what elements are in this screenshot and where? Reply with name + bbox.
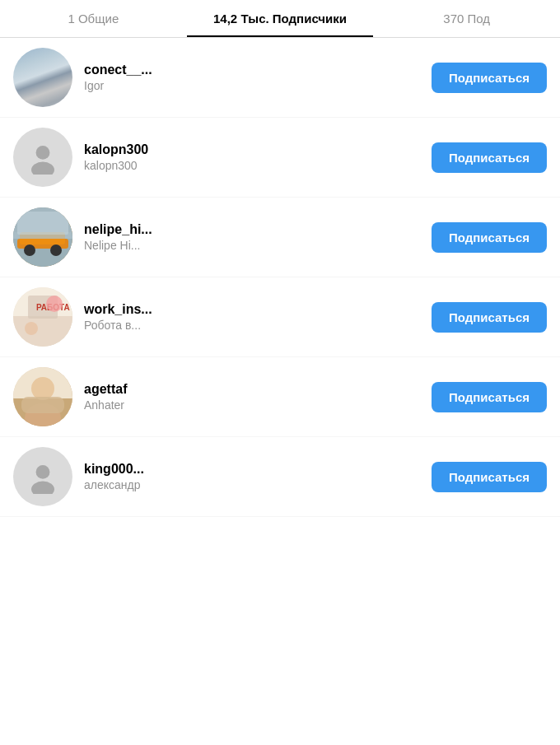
display-name: Робота в... bbox=[84, 319, 432, 332]
list-item: conect__... Igor Подписаться bbox=[0, 38, 560, 118]
svg-point-18 bbox=[31, 377, 54, 400]
follow-button[interactable]: Подписаться bbox=[432, 462, 547, 492]
list-item: king000... александр Подписаться bbox=[0, 437, 560, 517]
user-info: conect__... Igor bbox=[84, 63, 432, 92]
avatar: РАБОТА bbox=[13, 287, 72, 347]
svg-point-7 bbox=[50, 244, 62, 256]
follow-button[interactable]: Подписаться bbox=[432, 382, 547, 412]
user-list: conect__... Igor Подписаться kalopn300 k… bbox=[0, 38, 560, 517]
username: agettaf bbox=[84, 382, 432, 397]
follow-button[interactable]: Подписаться bbox=[432, 142, 547, 173]
user-info: nelipe_hi... Nelipe Hi... bbox=[84, 222, 432, 252]
tab-subscribers[interactable]: 14,2 Тыс. Подписчики bbox=[187, 0, 374, 37]
avatar bbox=[13, 207, 72, 267]
tab-general[interactable]: 1 Общие bbox=[0, 0, 187, 37]
user-info: agettaf Anhater bbox=[84, 382, 432, 412]
user-info: work_ins... Робота в... bbox=[84, 302, 432, 332]
display-name: kalopn300 bbox=[84, 159, 432, 172]
svg-point-15 bbox=[25, 322, 38, 335]
list-item: agettaf Anhater Подписаться bbox=[0, 357, 560, 437]
avatar bbox=[13, 447, 72, 506]
list-item: РАБОТА work_ins... Робота в... Подписать… bbox=[0, 277, 560, 357]
tab-active-indicator bbox=[187, 35, 374, 37]
svg-point-0 bbox=[36, 146, 50, 160]
avatar bbox=[13, 128, 72, 187]
default-avatar-icon bbox=[26, 459, 60, 494]
girl-avatar-icon bbox=[13, 367, 72, 426]
svg-rect-20 bbox=[21, 397, 64, 413]
svg-point-14 bbox=[46, 296, 63, 312]
svg-rect-9 bbox=[17, 212, 68, 235]
svg-point-1 bbox=[31, 162, 54, 175]
svg-rect-11 bbox=[13, 316, 72, 347]
list-item: nelipe_hi... Nelipe Hi... Подписаться bbox=[0, 198, 560, 277]
username: kalopn300 bbox=[84, 142, 432, 157]
user-info: king000... александр bbox=[84, 462, 432, 491]
user-info: kalopn300 kalopn300 bbox=[84, 142, 432, 172]
display-name: александр bbox=[84, 478, 432, 491]
tab-following[interactable]: 370 Под bbox=[373, 0, 560, 37]
svg-point-21 bbox=[36, 465, 50, 479]
svg-point-6 bbox=[24, 244, 35, 256]
follow-button[interactable]: Подписаться bbox=[432, 222, 547, 253]
display-name: Anhater bbox=[84, 398, 432, 412]
username: king000... bbox=[84, 462, 432, 477]
tabs-bar: 1 Общие 14,2 Тыс. Подписчики 370 Под bbox=[0, 0, 560, 38]
work-avatar-icon: РАБОТА bbox=[13, 287, 72, 347]
follow-button[interactable]: Подписаться bbox=[432, 302, 547, 333]
car-avatar-icon bbox=[13, 207, 72, 267]
display-name: Igor bbox=[84, 79, 432, 92]
username: nelipe_hi... bbox=[84, 222, 432, 237]
follow-button[interactable]: Подписаться bbox=[432, 63, 547, 93]
avatar bbox=[13, 367, 72, 426]
default-avatar-icon bbox=[26, 140, 60, 175]
avatar bbox=[13, 48, 72, 107]
svg-point-22 bbox=[31, 482, 54, 494]
list-item: kalopn300 kalopn300 Подписаться bbox=[0, 118, 560, 198]
username: work_ins... bbox=[84, 302, 432, 317]
display-name: Nelipe Hi... bbox=[84, 239, 432, 252]
username: conect__... bbox=[84, 63, 432, 77]
